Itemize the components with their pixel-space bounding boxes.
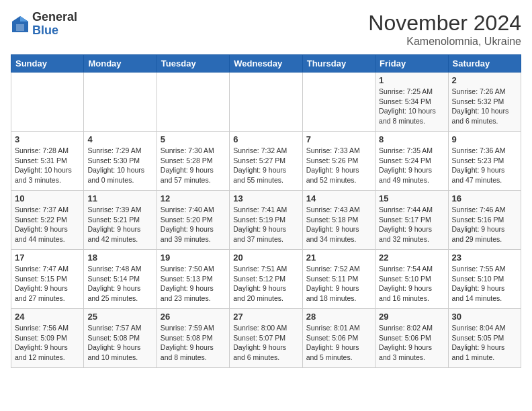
day-info: Sunrise: 7:30 AM Sunset: 5:28 PM Dayligh… xyxy=(161,146,226,185)
day-info: Sunrise: 7:57 AM Sunset: 5:08 PM Dayligh… xyxy=(87,323,152,363)
day-info: Sunrise: 7:36 AM Sunset: 5:23 PM Dayligh… xyxy=(452,146,517,185)
day-cell: 18Sunrise: 7:48 AM Sunset: 5:14 PM Dayli… xyxy=(84,250,157,309)
week-row-1: 1Sunrise: 7:25 AM Sunset: 5:34 PM Daylig… xyxy=(11,73,521,132)
day-info: Sunrise: 7:50 AM Sunset: 5:13 PM Dayligh… xyxy=(161,264,226,304)
day-cell: 27Sunrise: 8:00 AM Sunset: 5:07 PM Dayli… xyxy=(230,309,302,368)
day-number: 26 xyxy=(161,312,226,322)
day-info: Sunrise: 8:02 AM Sunset: 5:06 PM Dayligh… xyxy=(379,323,444,363)
day-number: 12 xyxy=(161,193,226,203)
day-number: 20 xyxy=(233,253,298,263)
day-number: 18 xyxy=(87,253,152,263)
day-number: 21 xyxy=(306,253,371,263)
day-number: 9 xyxy=(452,134,517,144)
day-info: Sunrise: 7:55 AM Sunset: 5:10 PM Dayligh… xyxy=(452,264,517,304)
weekday-row: SundayMondayTuesdayWednesdayThursdayFrid… xyxy=(11,55,521,73)
weekday-header-thursday: Thursday xyxy=(302,55,375,73)
day-cell: 14Sunrise: 7:43 AM Sunset: 5:18 PM Dayli… xyxy=(302,191,375,250)
week-row-5: 24Sunrise: 7:56 AM Sunset: 5:09 PM Dayli… xyxy=(11,309,521,368)
day-cell: 8Sunrise: 7:35 AM Sunset: 5:24 PM Daylig… xyxy=(375,132,448,191)
day-cell xyxy=(302,73,375,132)
day-number: 15 xyxy=(379,193,444,203)
logo-blue: Blue xyxy=(32,24,77,38)
day-info: Sunrise: 7:33 AM Sunset: 5:26 PM Dayligh… xyxy=(306,146,371,185)
day-info: Sunrise: 8:04 AM Sunset: 5:05 PM Dayligh… xyxy=(452,323,517,363)
day-number: 5 xyxy=(161,134,226,144)
day-info: Sunrise: 7:56 AM Sunset: 5:09 PM Dayligh… xyxy=(15,323,80,363)
day-info: Sunrise: 7:35 AM Sunset: 5:24 PM Dayligh… xyxy=(379,146,444,185)
weekday-header-wednesday: Wednesday xyxy=(230,55,302,73)
day-number: 10 xyxy=(15,193,80,203)
weekday-header-monday: Monday xyxy=(84,55,157,73)
day-info: Sunrise: 7:44 AM Sunset: 5:17 PM Dayligh… xyxy=(379,205,444,244)
day-cell: 23Sunrise: 7:55 AM Sunset: 5:10 PM Dayli… xyxy=(448,250,521,309)
day-cell: 16Sunrise: 7:46 AM Sunset: 5:16 PM Dayli… xyxy=(448,191,521,250)
weekday-header-tuesday: Tuesday xyxy=(157,55,229,73)
day-number: 6 xyxy=(233,134,298,144)
day-cell: 7Sunrise: 7:33 AM Sunset: 5:26 PM Daylig… xyxy=(302,132,375,191)
day-number: 11 xyxy=(87,193,152,203)
day-number: 7 xyxy=(306,134,371,144)
day-cell xyxy=(84,73,157,132)
month-title: November 2024 xyxy=(368,11,521,36)
day-info: Sunrise: 8:00 AM Sunset: 5:07 PM Dayligh… xyxy=(233,323,298,363)
day-cell: 12Sunrise: 7:40 AM Sunset: 5:20 PM Dayli… xyxy=(157,191,229,250)
day-info: Sunrise: 7:40 AM Sunset: 5:20 PM Dayligh… xyxy=(161,205,226,244)
day-cell: 25Sunrise: 7:57 AM Sunset: 5:08 PM Dayli… xyxy=(84,309,157,368)
day-cell: 28Sunrise: 8:01 AM Sunset: 5:06 PM Dayli… xyxy=(302,309,375,368)
day-info: Sunrise: 7:41 AM Sunset: 5:19 PM Dayligh… xyxy=(233,205,298,244)
day-info: Sunrise: 7:37 AM Sunset: 5:22 PM Dayligh… xyxy=(15,205,80,244)
day-number: 14 xyxy=(306,193,371,203)
day-cell: 17Sunrise: 7:47 AM Sunset: 5:15 PM Dayli… xyxy=(11,250,84,309)
day-cell: 3Sunrise: 7:28 AM Sunset: 5:31 PM Daylig… xyxy=(11,132,84,191)
calendar-header: SundayMondayTuesdayWednesdayThursdayFrid… xyxy=(11,55,521,73)
day-info: Sunrise: 7:59 AM Sunset: 5:08 PM Dayligh… xyxy=(161,323,226,363)
day-cell xyxy=(11,73,84,132)
day-number: 22 xyxy=(379,253,444,263)
day-number: 23 xyxy=(452,253,517,263)
weekday-header-saturday: Saturday xyxy=(448,55,521,73)
day-info: Sunrise: 7:39 AM Sunset: 5:21 PM Dayligh… xyxy=(87,205,152,244)
day-cell: 13Sunrise: 7:41 AM Sunset: 5:19 PM Dayli… xyxy=(230,191,302,250)
logo-icon xyxy=(11,15,30,34)
day-info: Sunrise: 7:43 AM Sunset: 5:18 PM Dayligh… xyxy=(306,205,371,244)
day-info: Sunrise: 7:54 AM Sunset: 5:10 PM Dayligh… xyxy=(379,264,444,304)
day-cell xyxy=(230,73,302,132)
day-cell xyxy=(157,73,229,132)
day-info: Sunrise: 7:26 AM Sunset: 5:32 PM Dayligh… xyxy=(452,87,517,126)
title-area: November 2024 Kamenolomnia, Ukraine xyxy=(368,11,521,48)
week-row-2: 3Sunrise: 7:28 AM Sunset: 5:31 PM Daylig… xyxy=(11,132,521,191)
day-cell: 4Sunrise: 7:29 AM Sunset: 5:30 PM Daylig… xyxy=(84,132,157,191)
day-cell: 11Sunrise: 7:39 AM Sunset: 5:21 PM Dayli… xyxy=(84,191,157,250)
day-cell: 6Sunrise: 7:32 AM Sunset: 5:27 PM Daylig… xyxy=(230,132,302,191)
calendar: SundayMondayTuesdayWednesdayThursdayFrid… xyxy=(11,54,521,368)
day-number: 29 xyxy=(379,312,444,322)
day-cell: 29Sunrise: 8:02 AM Sunset: 5:06 PM Dayli… xyxy=(375,309,448,368)
logo-general: General xyxy=(32,11,77,24)
logo-text: General Blue xyxy=(32,11,77,38)
day-cell: 15Sunrise: 7:44 AM Sunset: 5:17 PM Dayli… xyxy=(375,191,448,250)
day-info: Sunrise: 7:48 AM Sunset: 5:14 PM Dayligh… xyxy=(87,264,152,304)
day-number: 25 xyxy=(87,312,152,322)
day-info: Sunrise: 7:46 AM Sunset: 5:16 PM Dayligh… xyxy=(452,205,517,244)
day-cell: 26Sunrise: 7:59 AM Sunset: 5:08 PM Dayli… xyxy=(157,309,229,368)
day-number: 24 xyxy=(15,312,80,322)
day-info: Sunrise: 7:47 AM Sunset: 5:15 PM Dayligh… xyxy=(15,264,80,304)
day-cell: 1Sunrise: 7:25 AM Sunset: 5:34 PM Daylig… xyxy=(375,73,448,132)
day-number: 27 xyxy=(233,312,298,322)
day-cell: 9Sunrise: 7:36 AM Sunset: 5:23 PM Daylig… xyxy=(448,132,521,191)
day-cell: 10Sunrise: 7:37 AM Sunset: 5:22 PM Dayli… xyxy=(11,191,84,250)
svg-marker-1 xyxy=(20,16,28,21)
day-number: 3 xyxy=(15,134,80,144)
day-info: Sunrise: 7:29 AM Sunset: 5:30 PM Dayligh… xyxy=(87,146,152,185)
week-row-4: 17Sunrise: 7:47 AM Sunset: 5:15 PM Dayli… xyxy=(11,250,521,309)
day-cell: 24Sunrise: 7:56 AM Sunset: 5:09 PM Dayli… xyxy=(11,309,84,368)
week-row-3: 10Sunrise: 7:37 AM Sunset: 5:22 PM Dayli… xyxy=(11,191,521,250)
weekday-header-sunday: Sunday xyxy=(11,55,84,73)
logo: General Blue xyxy=(11,11,77,38)
calendar-body: 1Sunrise: 7:25 AM Sunset: 5:34 PM Daylig… xyxy=(11,73,521,368)
day-number: 8 xyxy=(379,134,444,144)
day-number: 28 xyxy=(306,312,371,322)
day-info: Sunrise: 7:25 AM Sunset: 5:34 PM Dayligh… xyxy=(379,87,444,126)
day-number: 13 xyxy=(233,193,298,203)
day-info: Sunrise: 7:28 AM Sunset: 5:31 PM Dayligh… xyxy=(15,146,80,185)
